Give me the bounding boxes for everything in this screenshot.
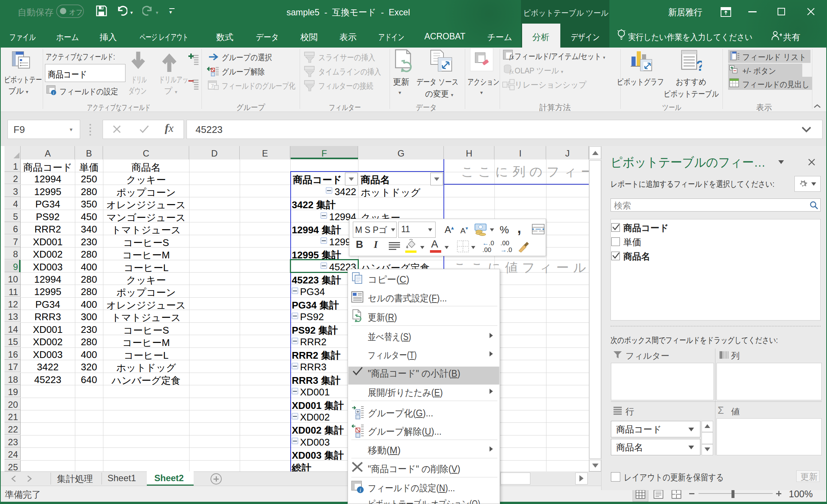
- svg-text:i: i: [53, 90, 54, 95]
- svg-text:fx: fx: [509, 53, 514, 60]
- svg-text:fx: fx: [509, 69, 514, 75]
- svg-text:i: i: [360, 487, 361, 493]
- svg-text:7: 7: [211, 83, 214, 89]
- svg-text:?: ?: [696, 58, 702, 72]
